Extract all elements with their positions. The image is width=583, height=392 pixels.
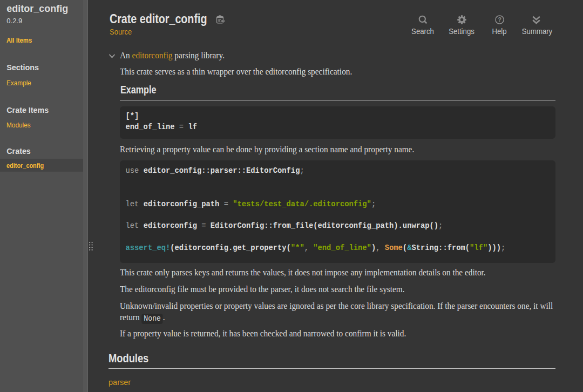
svg-text:?: ?	[498, 16, 501, 23]
